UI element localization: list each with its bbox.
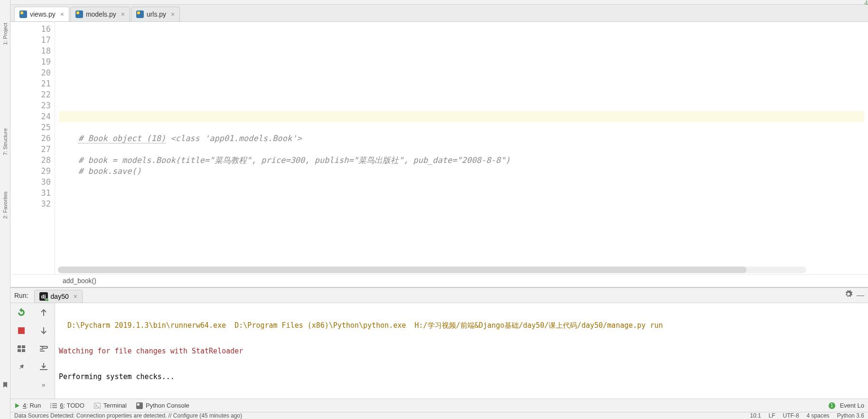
code-line[interactable] xyxy=(59,89,864,100)
code-line[interactable]: # Book object (18) <class 'app01.models.… xyxy=(59,133,864,144)
code-line[interactable] xyxy=(59,188,864,199)
inspection-badge[interactable]: 4 xyxy=(864,0,868,7)
minimize-icon[interactable]: — xyxy=(857,291,864,300)
svg-rect-10 xyxy=(22,349,25,352)
code-line[interactable]: # book.save() xyxy=(59,166,864,177)
pin-icon[interactable] xyxy=(16,361,27,372)
console-line: Performing system checks... xyxy=(59,372,864,381)
rerun-button[interactable] xyxy=(16,307,27,318)
line-number: 17 xyxy=(12,35,51,46)
svg-rect-7 xyxy=(18,345,21,348)
code-line[interactable]: # book = models.Book(title="菜鸟教程", price… xyxy=(59,155,864,166)
code-line[interactable] xyxy=(59,199,864,210)
gear-icon[interactable] xyxy=(844,290,853,301)
left-tool-sidebar: 1: Project 7: Structure 2: Favorites xyxy=(0,0,10,419)
todo-tool-button[interactable]: 6: TODO xyxy=(50,402,84,409)
svg-rect-14 xyxy=(137,403,140,405)
bookmark-icon[interactable] xyxy=(0,379,11,390)
more-icon[interactable]: » xyxy=(38,379,49,390)
line-number: 26 xyxy=(12,133,51,144)
svg-rect-2 xyxy=(75,10,83,18)
line-number: 27 xyxy=(12,144,51,155)
code-line[interactable] xyxy=(59,35,864,46)
stop-button[interactable] xyxy=(16,325,27,336)
svg-rect-1 xyxy=(20,11,23,14)
tab-label: urls.py xyxy=(147,10,166,18)
code-line[interactable] xyxy=(59,100,864,111)
python-console-tool-button[interactable]: Python Console xyxy=(136,402,189,409)
scrollbar-thumb[interactable] xyxy=(58,267,747,273)
svg-rect-11 xyxy=(40,369,47,370)
breadcrumb-function: add_book() xyxy=(63,277,96,285)
horizontal-scrollbar[interactable] xyxy=(58,267,806,273)
code-content[interactable]: # Book object (18) <class 'app01.models.… xyxy=(55,22,868,274)
svg-rect-12 xyxy=(94,403,101,409)
sidebar-project-label[interactable]: 1: Project xyxy=(2,23,8,45)
python-file-icon xyxy=(75,10,83,18)
indent-setting[interactable]: 4 spaces xyxy=(807,412,830,419)
bottom-toolbar: 4: Run 6: TODO Terminal Python Console 1… xyxy=(10,399,868,412)
line-separator[interactable]: LF xyxy=(769,412,775,419)
soft-wrap-icon[interactable] xyxy=(38,343,49,354)
line-number: 19 xyxy=(12,57,51,67)
status-message[interactable]: Data Sources Detected: Connection proper… xyxy=(14,412,742,419)
svg-rect-3 xyxy=(76,11,79,14)
line-number: 29 xyxy=(12,166,51,177)
run-label: Run: xyxy=(14,292,28,299)
scroll-to-end-icon[interactable] xyxy=(38,361,49,372)
code-editor[interactable]: 1617181920212223242526272829303132 # Boo… xyxy=(10,22,868,274)
status-bar: Data Sources Detected: Connection proper… xyxy=(10,412,868,419)
run-tab-label: day50 xyxy=(51,293,69,300)
code-line[interactable] xyxy=(59,24,864,35)
notification-badge: 1 xyxy=(829,402,835,409)
line-number: 18 xyxy=(12,46,51,57)
svg-rect-8 xyxy=(22,345,25,348)
python-interpreter[interactable]: Python 3.6 xyxy=(837,412,864,419)
tab-label: models.py xyxy=(86,10,116,18)
console-line: D:\Pycharm 2019.1.3\bin\runnerw64.exe D:… xyxy=(59,321,864,330)
line-number: 32 xyxy=(12,199,51,210)
close-icon[interactable]: × xyxy=(74,293,77,300)
down-arrow-icon[interactable] xyxy=(38,325,49,336)
line-number: 30 xyxy=(12,177,51,188)
sidebar-favorites-label[interactable]: 2: Favorites xyxy=(2,191,8,219)
tab-models-py[interactable]: models.py × xyxy=(70,7,130,21)
event-log-button[interactable]: 1 Event Lo xyxy=(829,402,864,409)
layout-icon[interactable] xyxy=(16,343,27,354)
code-line[interactable] xyxy=(59,122,864,133)
run-tab[interactable]: dj day50 × xyxy=(34,290,83,303)
code-breadcrumb[interactable]: add_book() xyxy=(10,274,868,287)
console-line: Watching for file changes with StatReloa… xyxy=(59,347,864,355)
close-icon[interactable]: × xyxy=(60,10,64,18)
svg-rect-4 xyxy=(136,10,144,18)
up-arrow-icon[interactable] xyxy=(38,307,49,318)
run-header: Run: dj day50 × — xyxy=(10,288,868,303)
terminal-tool-button[interactable]: Terminal xyxy=(94,402,127,409)
tab-views-py[interactable]: views.py × xyxy=(14,7,69,21)
tab-urls-py[interactable]: urls.py × xyxy=(131,7,180,21)
svg-rect-13 xyxy=(136,402,143,409)
sidebar-structure-label[interactable]: 7: Structure xyxy=(2,128,8,155)
code-line[interactable] xyxy=(59,57,864,67)
line-number: 28 xyxy=(12,155,51,166)
breadcrumb-bar xyxy=(10,0,868,5)
line-number: 23 xyxy=(12,100,51,111)
svg-rect-0 xyxy=(19,10,27,18)
code-line[interactable] xyxy=(59,67,864,78)
code-line[interactable] xyxy=(59,144,864,155)
close-icon[interactable]: × xyxy=(171,10,175,18)
line-number: 21 xyxy=(12,78,51,89)
close-icon[interactable]: × xyxy=(121,10,125,18)
code-line[interactable] xyxy=(59,78,864,89)
run-tool-button[interactable]: 4: Run xyxy=(14,402,41,409)
line-number: 31 xyxy=(12,188,51,199)
file-encoding[interactable]: UTF-8 xyxy=(783,412,799,419)
code-line[interactable] xyxy=(59,46,864,57)
code-line[interactable] xyxy=(59,111,864,122)
svg-rect-5 xyxy=(137,11,140,14)
caret-position[interactable]: 10:1 xyxy=(750,412,761,419)
django-icon: dj xyxy=(39,292,48,301)
line-number: 16 xyxy=(12,24,51,35)
code-line[interactable] xyxy=(59,177,864,188)
line-number: 20 xyxy=(12,67,51,78)
